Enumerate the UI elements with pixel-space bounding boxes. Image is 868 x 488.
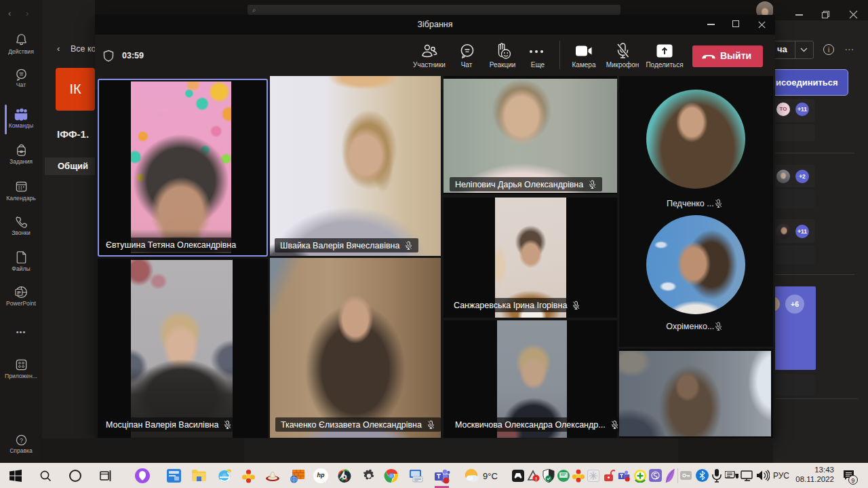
svg-text:P: P (17, 290, 21, 296)
svg-text:!: ! (535, 476, 537, 482)
svg-text:?: ? (20, 437, 23, 444)
